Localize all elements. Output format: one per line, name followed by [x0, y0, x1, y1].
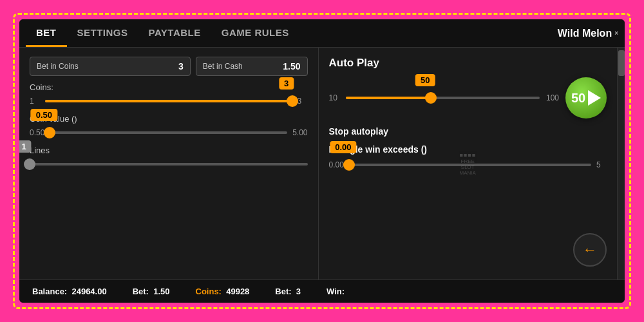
coin-value-slider-section: Coin value () 0.50 0.50 5.00 — [30, 114, 308, 139]
status-coins: Coins: 49928 — [196, 287, 250, 296]
right-panel: Auto Play 10 50 100 50 — [319, 48, 618, 279]
bet2-value: 3 — [296, 287, 301, 296]
coins-min: 1 — [30, 97, 40, 106]
coin-value-track — [50, 131, 287, 134]
auto-play-min: 10 — [329, 93, 339, 102]
coins-slider-section: Coins: 1 3 3 — [30, 82, 308, 108]
coins-fill — [45, 100, 292, 102]
bet-in-coins-value: 3 — [178, 61, 184, 71]
auto-play-title: Auto Play — [329, 57, 607, 70]
lines-track — [30, 163, 308, 166]
single-win-label: If single win exceeds () — [329, 144, 607, 155]
lines-bubble: 1 — [19, 140, 32, 153]
scrollbar[interactable] — [617, 48, 625, 279]
single-win-track-wrap[interactable]: 0.00 — [349, 158, 591, 171]
balance-value: 24964.00 — [71, 287, 106, 296]
auto-play-fill — [346, 97, 431, 99]
coins-track-wrap[interactable]: 3 — [45, 95, 292, 108]
left-panel: Bet in Coins 3 Bet in Cash 1.50 Coins: 1 — [19, 48, 319, 279]
coin-value-min: 0.50 — [30, 128, 44, 137]
single-win-thumb[interactable]: 0.00 — [343, 159, 355, 171]
lines-track-wrap[interactable]: 1 — [30, 158, 308, 171]
coin-value-slider-container: 0.50 0.50 5.00 — [30, 126, 308, 139]
single-win-max: 5 — [596, 160, 607, 169]
auto-play-track-wrap[interactable]: 50 — [346, 91, 540, 104]
single-win-slider-container: 0.00 0.00 5 — [329, 158, 607, 171]
stop-autoplay-section: Stop autoplay — [329, 126, 607, 137]
bet-in-coins-box: Bet in Coins 3 — [30, 57, 191, 76]
coin-value-thumb[interactable]: 0.50 — [44, 127, 55, 138]
game-title: Wild Melon× — [558, 19, 618, 47]
coins-slider-container: 1 3 3 — [30, 95, 308, 108]
coins-track — [45, 100, 292, 102]
coin-value-track-wrap[interactable]: 0.50 — [50, 126, 287, 139]
bet-label: Bet: — [133, 287, 149, 296]
status-win: Win: — [327, 287, 349, 296]
auto-play-max: 100 — [546, 93, 559, 102]
bet2-label: Bet: — [275, 287, 291, 296]
coin-value-label: Coin value () — [30, 114, 308, 124]
coin-value-bubble: 0.50 — [31, 109, 57, 121]
back-button[interactable]: ← — [573, 233, 607, 267]
auto-play-button-value: 50 — [571, 91, 585, 106]
single-win-section: If single win exceeds () 0.00 0.00 5 — [329, 144, 607, 171]
scrollbar-thumb[interactable] — [618, 50, 625, 76]
coins-status-label: Coins: — [196, 287, 222, 296]
single-win-bubble: 0.00 — [330, 141, 356, 153]
coins-status-value: 49928 — [226, 287, 249, 296]
bet-in-cash-box: Bet in Cash 1.50 — [196, 57, 308, 76]
coin-value-max: 5.00 — [292, 128, 307, 137]
win-label: Win: — [327, 287, 345, 296]
coins-label: Coins: — [30, 82, 308, 92]
single-win-min: 0.00 — [329, 160, 344, 169]
content-area: Bet in Coins 3 Bet in Cash 1.50 Coins: 1 — [19, 48, 625, 279]
balance-label: Balance: — [32, 287, 67, 296]
tab-game-rules[interactable]: GAME RULES — [211, 19, 299, 47]
tab-paytable[interactable]: PAYTABLE — [138, 19, 211, 47]
bet-in-cash-value: 1.50 — [283, 61, 300, 71]
status-bet: Bet: 1.50 — [133, 287, 170, 296]
lines-thumb[interactable]: 1 — [24, 158, 35, 170]
single-win-track — [349, 164, 591, 166]
lines-slider-container: 1 — [30, 158, 308, 171]
status-bet2: Bet: 3 — [275, 287, 301, 296]
status-bar: Balance: 24964.00 Bet: 1.50 Coins: 49928… — [19, 279, 625, 303]
bet-in-cash-label: Bet in Cash — [203, 62, 243, 71]
lines-label: Lines — [30, 146, 308, 155]
bet-inputs-row: Bet in Coins 3 Bet in Cash 1.50 — [30, 57, 308, 76]
bet-in-coins-label: Bet in Coins — [37, 62, 79, 71]
auto-play-row: 10 50 100 50 — [329, 77, 607, 118]
main-container: BET SETTINGS PAYTABLE GAME RULES Wild Me… — [19, 19, 625, 303]
nav-bar: BET SETTINGS PAYTABLE GAME RULES Wild Me… — [19, 19, 625, 48]
coins-bubble: 3 — [279, 77, 294, 90]
lines-slider-section: Lines 1 — [30, 146, 308, 171]
stop-autoplay-title: Stop autoplay — [329, 126, 607, 137]
tab-settings[interactable]: SETTINGS — [67, 19, 138, 47]
auto-play-bubble: 50 — [415, 74, 435, 86]
play-icon — [588, 90, 601, 106]
status-balance: Balance: 24964.00 — [32, 287, 107, 296]
coins-thumb[interactable]: 3 — [287, 95, 298, 107]
tab-bet[interactable]: BET — [26, 19, 67, 47]
auto-play-track — [346, 97, 540, 99]
back-arrow-icon: ← — [583, 242, 597, 258]
auto-play-thumb[interactable]: 50 — [425, 92, 437, 104]
bet-value: 1.50 — [153, 287, 169, 296]
outer-border: BET SETTINGS PAYTABLE GAME RULES Wild Me… — [13, 13, 631, 309]
coins-max: 3 — [298, 97, 308, 106]
auto-play-start-button[interactable]: 50 — [565, 77, 607, 118]
